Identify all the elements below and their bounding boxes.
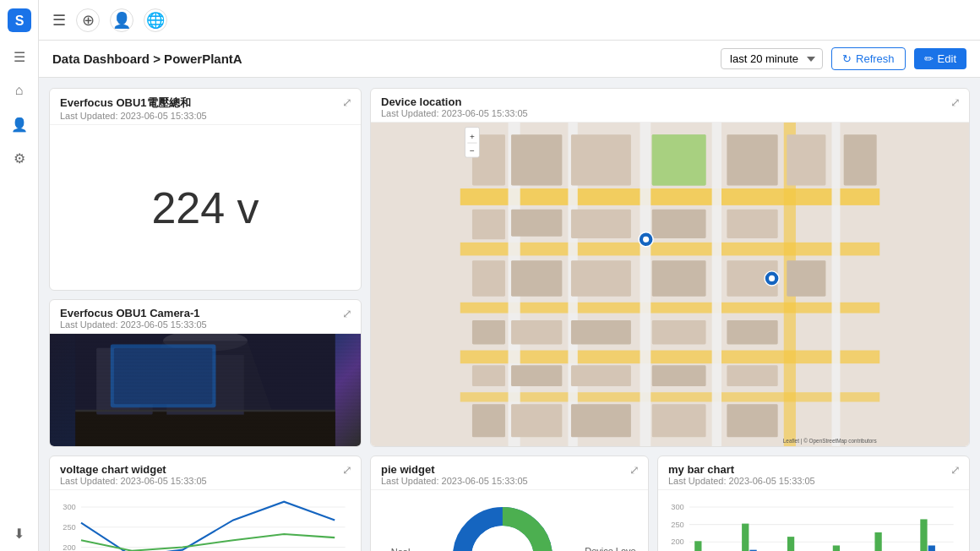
edit-button[interactable]: ✏ Edit xyxy=(914,48,966,69)
svg-rect-18 xyxy=(727,134,777,185)
sidebar-download-icon[interactable]: ⬇ xyxy=(10,524,29,543)
voltage-widget-title: Everfocus OBU1電壓總和 xyxy=(60,95,351,111)
svg-text:Leaflet | © OpenStreetMap cont: Leaflet | © OpenStreetMap contributors xyxy=(783,438,877,445)
pie-legend-item-1: Neal voltage xyxy=(379,547,432,551)
svg-text:300: 300 xyxy=(63,503,76,511)
pie-legend-label-1: Neal voltage xyxy=(391,547,432,551)
svg-rect-41 xyxy=(727,365,777,386)
map-widget-header: Device location Last Updated: 2023-06-05… xyxy=(371,89,969,123)
bar-chart-widget: my bar chart Last Updated: 2023-06-05 15… xyxy=(657,456,970,551)
svg-rect-32 xyxy=(472,320,505,344)
sidebar-settings-icon[interactable]: ⚙ xyxy=(10,149,29,167)
refresh-icon: ↻ xyxy=(842,52,852,65)
svg-rect-42 xyxy=(472,404,505,437)
pie-title: pie widget xyxy=(381,463,638,476)
svg-text:200: 200 xyxy=(671,537,684,546)
edit-icon: ✏ xyxy=(924,52,934,65)
time-select[interactable]: last 20 minute xyxy=(721,48,823,69)
svg-rect-109 xyxy=(874,532,881,551)
voltage-widget-subtitle: Last Updated: 2023-06-05 15:33:05 xyxy=(60,111,351,121)
vchart-title: voltage chart widget xyxy=(60,463,351,476)
topbar-globe-icon[interactable]: 🌐 xyxy=(144,8,167,32)
vchart-expand-icon[interactable]: ⤢ xyxy=(342,463,352,477)
voltage-expand-icon[interactable]: ⤢ xyxy=(342,95,352,109)
camera-widget-header: Everfocus OBU1 Camera-1 Last Updated: 20… xyxy=(50,300,361,334)
svg-rect-103 xyxy=(742,524,749,551)
svg-rect-35 xyxy=(652,320,706,344)
svg-text:+: + xyxy=(470,132,475,141)
main-area: ☰ ⊕ 👤 🌐 Data Dashboard > PowerPlantA las… xyxy=(39,0,980,551)
svg-rect-20 xyxy=(844,134,877,185)
svg-rect-111 xyxy=(920,519,927,551)
map-expand-icon[interactable]: ⤢ xyxy=(950,95,961,109)
bar-body: 300 250 200 150 100 50 0 xyxy=(658,490,969,551)
header-row: Data Dashboard > PowerPlantA last 20 min… xyxy=(39,41,980,78)
voltage-value: 224 v xyxy=(151,183,259,233)
bar-expand-icon[interactable]: ⤢ xyxy=(950,463,961,477)
pie-body: Neal voltage Device Love電壓 xyxy=(371,490,648,551)
svg-rect-107 xyxy=(833,545,840,551)
svg-rect-22 xyxy=(511,210,562,237)
pie-header: pie widget Last Updated: 2023-06-05 15:3… xyxy=(371,456,648,490)
svg-rect-23 xyxy=(571,210,631,238)
vchart-header: voltage chart widget Last Updated: 2023-… xyxy=(50,456,361,490)
svg-rect-44 xyxy=(571,404,631,437)
svg-text:300: 300 xyxy=(671,503,684,511)
svg-rect-11 xyxy=(712,123,721,446)
svg-rect-34 xyxy=(571,320,631,344)
breadcrumb: Data Dashboard > PowerPlantA xyxy=(52,52,712,66)
camera-widget-body xyxy=(50,334,361,446)
svg-rect-28 xyxy=(571,260,631,297)
svg-rect-24 xyxy=(652,210,706,238)
svg-text:250: 250 xyxy=(63,523,76,532)
svg-rect-19 xyxy=(787,134,825,185)
sidebar: S ☰ ⌂ 👤 ⚙ ⬇ xyxy=(0,0,39,551)
svg-text:200: 200 xyxy=(63,543,76,551)
voltage-widget-header: Everfocus OBU1電壓總和 Last Updated: 2023-06… xyxy=(50,89,361,125)
camera-feed xyxy=(50,334,361,446)
bar-subtitle: Last Updated: 2023-06-05 15:33:05 xyxy=(668,476,959,486)
svg-rect-36 xyxy=(727,320,777,344)
sidebar-home-icon[interactable]: ⌂ xyxy=(10,81,29,100)
app-logo[interactable]: S xyxy=(8,8,31,32)
svg-rect-31 xyxy=(787,260,825,297)
sidebar-user-icon[interactable]: 👤 xyxy=(10,115,29,134)
map-widget-body[interactable]: + − Leaflet | © OpenStreetMap contributo… xyxy=(371,123,969,446)
pie-legend: Neal voltage xyxy=(379,547,432,551)
sidebar-menu-icon[interactable]: ☰ xyxy=(10,47,29,66)
svg-rect-46 xyxy=(727,404,777,437)
topbar-user-icon[interactable]: 👤 xyxy=(110,8,133,32)
topbar: ☰ ⊕ 👤 🌐 xyxy=(39,0,980,41)
svg-rect-45 xyxy=(652,404,706,437)
topbar-refresh-icon[interactable]: ⊕ xyxy=(76,8,100,32)
refresh-button[interactable]: ↻ Refresh xyxy=(831,47,906,70)
camera-widget-title: Everfocus OBU1 Camera-1 xyxy=(60,307,351,319)
voltage-chart-widget: voltage chart widget Last Updated: 2023-… xyxy=(49,456,362,551)
svg-rect-4 xyxy=(460,243,879,256)
svg-rect-29 xyxy=(652,260,706,297)
svg-text:S: S xyxy=(14,14,24,28)
pie-expand-icon[interactable]: ⤢ xyxy=(629,463,640,477)
svg-rect-21 xyxy=(472,210,505,239)
svg-rect-7 xyxy=(460,392,879,401)
svg-rect-10 xyxy=(640,123,651,446)
svg-rect-27 xyxy=(511,260,562,297)
svg-rect-5 xyxy=(460,303,879,314)
vchart-body: 300 250 200 150 100 50 19:20:02 19:20:04… xyxy=(50,490,361,551)
svg-rect-26 xyxy=(472,260,505,297)
camera-widget: Everfocus OBU1 Camera-1 Last Updated: 20… xyxy=(49,299,362,447)
topbar-menu-icon[interactable]: ☰ xyxy=(52,11,66,30)
svg-rect-16 xyxy=(571,134,631,185)
svg-rect-6 xyxy=(460,351,879,364)
voltage-widget: Everfocus OBU1電壓總和 Last Updated: 2023-06… xyxy=(49,88,362,291)
bar-title: my bar chart xyxy=(668,463,959,476)
dashboard-grid: Everfocus OBU1電壓總和 Last Updated: 2023-06… xyxy=(39,78,980,551)
pie-widget: pie widget Last Updated: 2023-06-05 15:3… xyxy=(370,456,649,551)
svg-rect-40 xyxy=(652,365,706,386)
map-widget-title: Device location xyxy=(381,95,959,108)
map-widget: Device location Last Updated: 2023-06-05… xyxy=(370,88,970,447)
map-widget-subtitle: Last Updated: 2023-06-05 15:33:05 xyxy=(381,108,959,118)
pie-chart-svg xyxy=(449,490,557,551)
camera-expand-icon[interactable]: ⤢ xyxy=(342,307,352,320)
pie-legend-right: Device Love電壓 xyxy=(573,546,640,552)
